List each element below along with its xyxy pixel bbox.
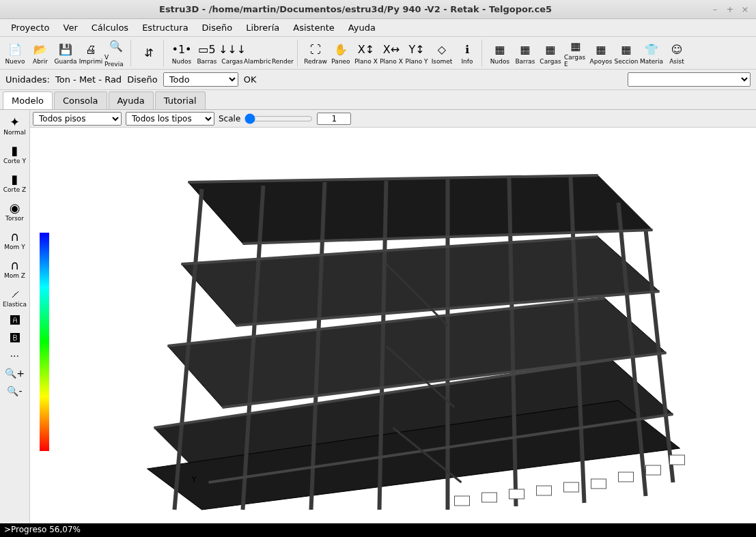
- tool-icon: ⇵: [141, 45, 157, 61]
- minimize-icon[interactable]: –: [710, 4, 720, 15]
- tb-redraw[interactable]: ⛶Redraw: [303, 38, 328, 68]
- Cargas-icon: ↓↓↓: [224, 42, 240, 58]
- Materia-icon: 👕: [643, 42, 660, 58]
- side-mom-y[interactable]: ∩Mom Y: [1, 226, 29, 253]
- tb-barras[interactable]: ▦Barras: [513, 38, 537, 68]
- tb-plano x[interactable]: X↕Plano X: [354, 38, 378, 68]
- render-canvas[interactable]: Y: [30, 128, 756, 523]
- tab-tutorial[interactable]: Tutorial: [155, 91, 206, 109]
- tipos-select[interactable]: Todos los tipos: [126, 112, 214, 126]
- filter-bar: Todos pisos Todos los tipos Scale: [30, 110, 756, 128]
- menu-ayuda[interactable]: Ayuda: [341, 20, 382, 35]
- Mom Z-icon: ∩: [10, 258, 19, 272]
- viewport-3d[interactable]: Todos pisos Todos los tipos Scale: [30, 110, 756, 523]
- menu-proyecto[interactable]: Proyecto: [4, 20, 57, 35]
- side-toolbar: ✦Normal▮Corte Y▮Corte Z◉Torsor∩Mom Y∩Mom…: [0, 110, 30, 523]
- tb-isomet[interactable]: ◇Isomet: [430, 38, 454, 68]
- Corte Z-icon: ▮: [12, 172, 18, 186]
- tb-imprimi[interactable]: 🖨Imprimi: [79, 38, 103, 68]
- Abrir-icon: 📂: [32, 42, 48, 58]
- menu-cálculos[interactable]: Cálculos: [85, 20, 135, 35]
- menubar: ProyectoVerCálculosEstructuraDiseñoLibre…: [0, 19, 756, 37]
- tabbar: ModeloConsolaAyudaTutorial: [0, 90, 756, 109]
- svg-rect-31: [619, 472, 634, 482]
- tb-asist[interactable]: ☺Asist: [664, 38, 689, 68]
- tb-v previa[interactable]: 🔍V Previa: [104, 38, 128, 68]
- menu-ver[interactable]: Ver: [57, 20, 85, 35]
- scale-value[interactable]: [317, 113, 351, 125]
- maximize-icon[interactable]: +: [725, 4, 736, 15]
- Plano X-icon: X↔: [383, 42, 400, 58]
- diseno-select[interactable]: Todo: [163, 72, 238, 87]
- tb-info[interactable]: ℹInfo: [455, 38, 479, 68]
- tb-nuevo[interactable]: 📄Nuevo: [3, 38, 27, 68]
- side-mom-z[interactable]: ∩Mom Z: [1, 255, 29, 282]
- Render-icon: [275, 42, 291, 58]
- svg-rect-26: [482, 493, 497, 502]
- Imprimi-icon: 🖨: [83, 42, 99, 58]
- unidades-label: Unidades:: [5, 74, 50, 85]
- side-corte-z[interactable]: ▮Corte Z: [1, 169, 29, 196]
- pisos-select[interactable]: Todos pisos: [33, 112, 122, 126]
- side-elastica[interactable]: ⟋Elastica: [1, 283, 29, 310]
- unidades-value: Ton - Met - Rad: [55, 74, 122, 85]
- tb-alambric[interactable]: Alambric: [245, 38, 270, 68]
- tb-paneo[interactable]: ✋Paneo: [328, 38, 353, 68]
- tb-render[interactable]: Render: [270, 38, 295, 68]
- tb-cargas[interactable]: ↓↓↓Cargas: [220, 38, 244, 68]
- tb-plano x[interactable]: X↔Plano X: [379, 38, 404, 68]
- Isomet-icon: ◇: [434, 42, 450, 58]
- status-text: >Progreso 56,07%: [4, 525, 81, 534]
- tb-abrir[interactable]: 📂Abrir: [28, 38, 53, 68]
- status-bar: >Progreso 56,07%: [0, 523, 756, 537]
- Normal-icon: ✦: [10, 115, 20, 129]
- tb-guarda[interactable]: 💾Guarda: [53, 38, 78, 68]
- tb-cargas e[interactable]: ▦Cargas E: [563, 38, 588, 68]
- color-gradient-legend: [40, 233, 49, 451]
- svg-rect-33: [670, 455, 685, 465]
- Redraw-icon: ⛶: [307, 42, 324, 58]
- building-model: Y: [30, 128, 756, 523]
- side2-btn-0[interactable]: 🅰: [5, 312, 25, 328]
- tb-nudos[interactable]: ▦Nudos: [488, 38, 512, 68]
- tb-materia[interactable]: 👕Materia: [639, 38, 664, 68]
- Torsor-icon: ◉: [10, 201, 20, 215]
- side2-btn-3[interactable]: 🔍+: [5, 365, 25, 381]
- Corte Y-icon: ▮: [12, 143, 18, 158]
- Barras-icon: ▭5: [199, 42, 215, 58]
- ok-label: OK: [244, 74, 257, 85]
- side-torsor[interactable]: ◉Torsor: [1, 197, 29, 224]
- menu-asistente[interactable]: Asistente: [286, 20, 341, 35]
- side2-btn-1[interactable]: 🅱: [5, 330, 25, 346]
- tb-seccion[interactable]: ▦Seccion: [614, 38, 639, 68]
- V Previa-icon: 🔍: [108, 39, 124, 54]
- menu-diseño[interactable]: Diseño: [195, 20, 240, 35]
- svg-rect-32: [646, 465, 661, 475]
- Nudos-icon: ▦: [492, 42, 508, 58]
- tb-cargas[interactable]: ▦Cargas: [538, 38, 563, 68]
- side-normal[interactable]: ✦Normal: [1, 111, 29, 139]
- Alambric-icon: [249, 42, 266, 58]
- axis-y-label: Y: [191, 475, 197, 484]
- tab-ayuda[interactable]: Ayuda: [109, 91, 154, 109]
- tab-modelo[interactable]: Modelo: [3, 91, 53, 109]
- side2-btn-2[interactable]: ⋯: [5, 347, 25, 364]
- tb-nudos[interactable]: •1•Nudos: [169, 38, 194, 68]
- Plano Y-icon: Y↕: [408, 42, 425, 58]
- Elastica-icon: ⟋: [9, 287, 21, 301]
- tb-btn[interactable]: ⇵: [137, 38, 161, 68]
- Mom Y-icon: ∩: [10, 229, 19, 244]
- menu-librería[interactable]: Librería: [239, 20, 286, 35]
- side-corte-y[interactable]: ▮Corte Y: [1, 140, 29, 167]
- main-toolbar: 📄Nuevo📂Abrir💾Guarda🖨Imprimi🔍V Previa⇵•1•…: [0, 37, 756, 70]
- scale-slider[interactable]: [244, 113, 313, 124]
- svg-rect-30: [591, 479, 606, 489]
- menu-estructura[interactable]: Estructura: [135, 20, 195, 35]
- right-select[interactable]: [628, 72, 751, 87]
- tab-consola[interactable]: Consola: [54, 91, 107, 109]
- tb-apoyos[interactable]: ▦Apoyos: [589, 38, 613, 68]
- close-icon[interactable]: ×: [740, 4, 751, 15]
- tb-barras[interactable]: ▭5Barras: [195, 38, 219, 68]
- tb-plano y[interactable]: Y↕Plano Y: [404, 38, 429, 68]
- side2-btn-4[interactable]: 🔍-: [5, 383, 25, 399]
